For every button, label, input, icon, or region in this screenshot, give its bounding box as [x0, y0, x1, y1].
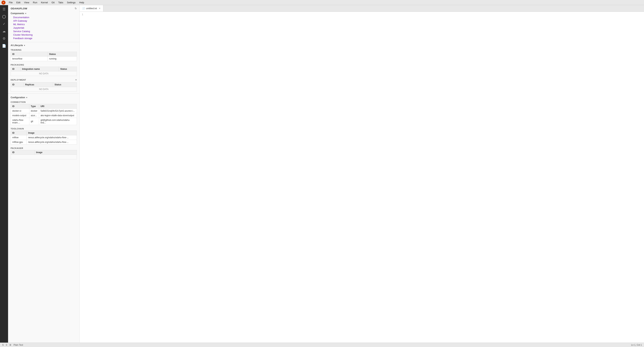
configuration-arrow-icon: ▼: [26, 97, 28, 99]
menu-tabs[interactable]: Tabs: [56, 1, 65, 4]
tab-untitled[interactable]: 📄 untitled.txt ✕: [80, 5, 103, 12]
link-ml-metrics[interactable]: ML Metrics: [13, 23, 77, 26]
link-jupyterlab[interactable]: Jupyterlab: [13, 26, 77, 29]
tab-bar: 📄 untitled.txt ✕: [80, 5, 644, 12]
conn-col-id: ID: [11, 104, 29, 109]
training-table: ID Status tensorflow running: [11, 52, 77, 61]
toolchain-row1-image: nexus.ailifecycle.org/odahu/odahu-flow-.…: [26, 140, 77, 145]
training-row-id: tensorflow: [11, 57, 48, 61]
packaging-label: PACKAGING: [8, 62, 80, 67]
toolchain-col-image: Image: [26, 131, 77, 135]
training-table-container: ID Status tensorflow running: [11, 52, 77, 61]
packager-empty: [11, 155, 77, 159]
link-service-catalog[interactable]: Service Catalog: [13, 30, 77, 33]
menubar: ● File Edit View Run Kernel Git Tabs Set…: [0, 0, 644, 5]
conn-row2-type: git: [29, 118, 39, 125]
deployment-no-data: NO DATA: [11, 87, 77, 92]
deployment-col-status: Status: [53, 83, 77, 87]
deployment-section: DEPLOYMENT + ID Replicas Status NO DATA: [8, 77, 80, 93]
deployment-table: ID Replicas Status NO DATA: [11, 82, 77, 92]
training-section: TRAINING ID Status tensorflow running: [8, 47, 80, 62]
rail-tag-icon[interactable]: ✓: [1, 21, 7, 27]
conn-col-type: Type: [29, 104, 39, 109]
rail-circle-icon[interactable]: ◯: [1, 13, 7, 20]
editor-content[interactable]: 1: [80, 12, 644, 342]
refresh-icon[interactable]: ↻: [75, 7, 77, 10]
configuration-label: Configuration: [11, 96, 25, 99]
packaging-section: PACKAGING ID Integration name Status NO …: [8, 62, 80, 77]
menu-git[interactable]: Git: [50, 1, 56, 4]
packager-table: ID Image: [11, 150, 77, 159]
training-col-id: ID: [11, 52, 48, 57]
toolchain-table-container: ID Image mlflow nexus.ailifecycle.org/od…: [11, 131, 77, 145]
toolchain-row1-id: mlflow-gpu: [11, 140, 26, 145]
packaging-col-id: ID: [11, 67, 20, 71]
connection-section: CONNECTION ID Type URI docker-ci docker: [8, 100, 80, 126]
main-container: ☰ ◯ ✓ ☁ ⚙ 📄 ODAHUFLOW ↻ Components ▼ Doc…: [0, 5, 644, 342]
conn-row1-uri: aks-legion-vitalik-data-store/output: [39, 113, 77, 118]
menu-kernel[interactable]: Kernel: [39, 1, 50, 4]
component-links: Documentation API Gateway ML Metrics Jup…: [8, 16, 80, 41]
link-feedback-storage[interactable]: Feedback storage: [13, 37, 77, 40]
ai-lifecycle-section-header[interactable]: AI Lifecycle ▼: [8, 43, 80, 47]
packager-col-image: Image: [34, 150, 77, 155]
deployment-label: DEPLOYMENT: [11, 79, 26, 81]
menu-file[interactable]: File: [7, 1, 14, 4]
training-row-status: running: [48, 57, 77, 61]
deployment-header: DEPLOYMENT +: [8, 77, 80, 82]
add-deployment-icon[interactable]: +: [75, 78, 77, 82]
packaging-col-status: Status: [59, 67, 77, 71]
cursor-position: Ln 1, Col 1: [631, 344, 642, 346]
packaging-col-integration: Integration name: [20, 67, 59, 71]
sidebar-title: ODAHUFLOW: [11, 7, 27, 10]
status-count: 0: [6, 344, 7, 346]
menu-settings[interactable]: Settings: [65, 1, 78, 4]
rail-folder-icon[interactable]: ☰: [1, 6, 7, 13]
deployment-col-id: ID: [11, 83, 24, 87]
menu-view[interactable]: View: [22, 1, 31, 4]
table-row: NO DATA: [11, 71, 77, 76]
status-bar: S 0 ⚙ Plain Text Ln 1, Col 1: [0, 342, 644, 347]
link-api-gateway[interactable]: API Gateway: [13, 19, 77, 23]
table-row: NO DATA: [11, 87, 77, 92]
icon-rail: ☰ ◯ ✓ ☁ ⚙ 📄: [0, 5, 8, 342]
deployment-table-container: ID Replicas Status NO DATA: [11, 82, 77, 92]
app-logo: ●: [2, 1, 6, 5]
table-row: docker-ci docker 5a9d151nq04c52c7juh2.az…: [11, 109, 77, 113]
menu-run[interactable]: Run: [31, 1, 39, 4]
table-row: odahu-flow-exam.... git git@github.com:o…: [11, 118, 77, 125]
toolchain-section: TOOLCHAIN ID Image mlflow nexus.ailifecy…: [8, 126, 80, 146]
link-documentation[interactable]: Documentation: [13, 16, 77, 19]
sidebar-header: ODAHUFLOW ↻: [8, 5, 80, 11]
menu-edit[interactable]: Edit: [14, 1, 22, 4]
components-section-header[interactable]: Components ▼: [8, 11, 80, 16]
ai-lifecycle-arrow-icon: ▼: [24, 45, 26, 47]
conn-row0-id: docker-ci: [11, 109, 29, 113]
connection-table-container: ID Type URI docker-ci docker 5a9d151nq04…: [11, 104, 77, 125]
ai-lifecycle-label: AI Lifecycle: [11, 44, 23, 47]
toolchain-col-id: ID: [11, 131, 26, 135]
configuration-section-header[interactable]: Configuration ▼: [8, 95, 80, 100]
toolchain-table: ID Image mlflow nexus.ailifecycle.org/od…: [11, 131, 77, 145]
toolchain-row0-id: mlflow: [11, 135, 26, 140]
rail-gear-icon[interactable]: ⚙: [1, 35, 7, 42]
conn-row0-uri: 5a9d151nq04c52c7juh2.azurecr.i...: [39, 109, 77, 113]
rail-file-icon[interactable]: 📄: [1, 43, 7, 49]
toolchain-label: TOOLCHAIN: [8, 126, 80, 131]
packaging-table: ID Integration name Status NO DATA: [11, 67, 77, 76]
components-arrow-icon: ▼: [25, 13, 26, 15]
tab-close-icon[interactable]: ✕: [99, 7, 100, 10]
table-row: mlflow-gpu nexus.ailifecycle.org/odahu/o…: [11, 140, 77, 145]
packaging-no-data: NO DATA: [11, 71, 77, 76]
packager-col-id: ID: [11, 150, 34, 155]
connection-label: CONNECTION: [8, 100, 80, 104]
table-row: mlflow nexus.ailifecycle.org/odahu/odahu…: [11, 135, 77, 140]
file-icon: 📄: [82, 7, 85, 10]
link-cluster-monitoring[interactable]: Cluster Monitoring: [13, 33, 77, 36]
conn-row2-id: odahu-flow-exam....: [11, 118, 29, 125]
gear-icon[interactable]: ⚙: [9, 344, 12, 346]
table-row: [11, 155, 77, 159]
connection-table: ID Type URI docker-ci docker 5a9d151nq04…: [11, 104, 77, 125]
menu-help[interactable]: Help: [78, 1, 86, 4]
rail-cloud-icon[interactable]: ☁: [1, 28, 7, 35]
